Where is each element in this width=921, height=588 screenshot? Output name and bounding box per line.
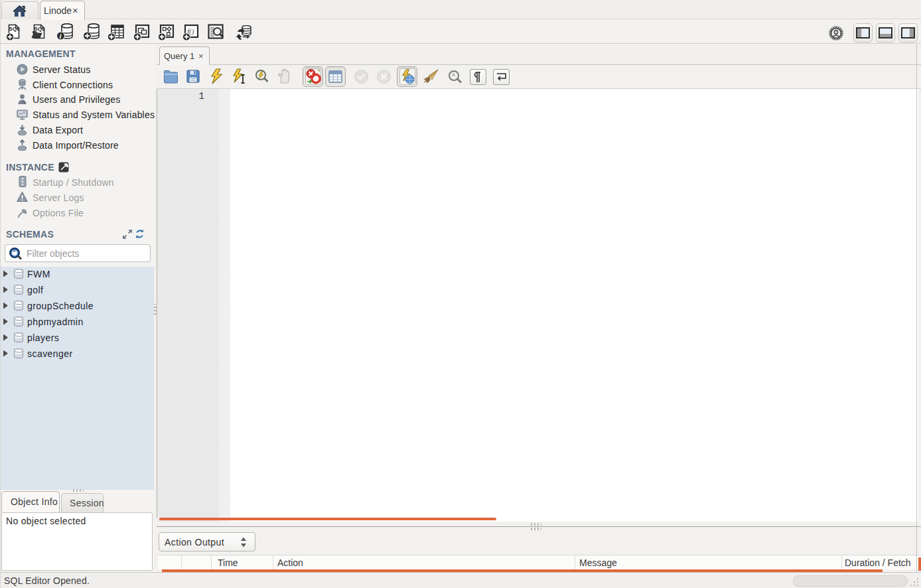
svg-text:SQL: SQL (35, 26, 46, 32)
svg-text:SQL: SQL (9, 26, 21, 32)
